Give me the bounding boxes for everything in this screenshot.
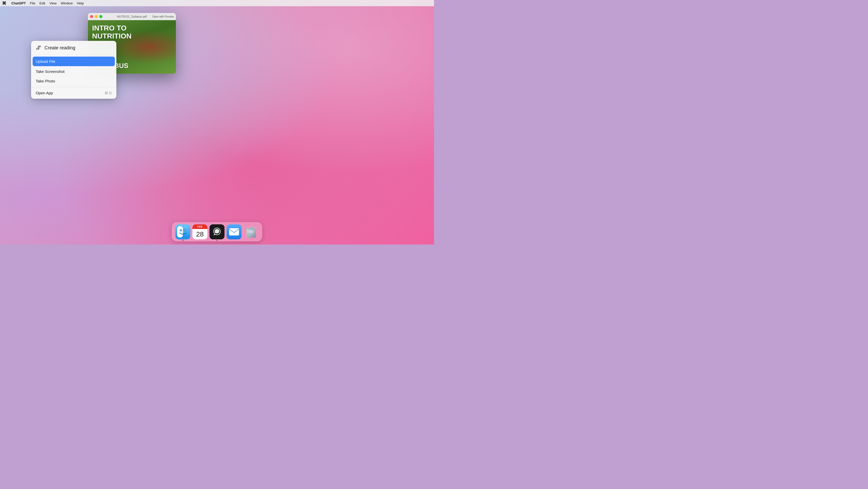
upload-file-label: Upload File [36,59,55,64]
window-minimize-button[interactable] [95,15,98,18]
shortcut-cmd: ⌘ [104,91,108,95]
take-photo-label: Take Photo [36,79,55,83]
mail-icon [226,224,242,239]
upload-file-item[interactable]: Upload File [33,57,115,66]
pdf-text-top: INTRO TONUTRITION [92,24,172,40]
finder-active-indicator [182,240,183,241]
svg-point-3 [180,230,181,231]
menu-view[interactable]: View [50,1,57,5]
open-app-label: Open App [36,91,53,95]
dock: FEB 28 [172,222,262,241]
dock-finder[interactable] [175,224,190,239]
apple-menu-icon[interactable]: ⌘ [2,1,6,6]
menubar: ⌘ ChatGPT File Edit View Window Help [0,0,434,6]
window-zoom-button[interactable] [99,15,102,18]
pdf-open-action[interactable]: Open with Preview [152,15,174,18]
dock-mail[interactable] [226,224,242,239]
chatgpt-icon [210,224,224,239]
take-screenshot-label: Take Screenshot [36,69,65,74]
desktop-background [0,0,434,244]
finder-icon [175,224,190,239]
take-screenshot-item[interactable]: Take Screenshot [31,67,116,76]
chatgpt-active-indicator [216,240,218,241]
calendar-icon: FEB 28 [192,224,208,239]
trash-bin-svg [245,225,257,238]
chatgpt-logo-svg [212,227,222,236]
svg-rect-10 [249,227,253,228]
dock-trash[interactable] [244,224,259,239]
menu-edit[interactable]: Edit [39,1,45,5]
mail-envelope-svg [229,228,239,236]
svg-rect-7 [229,228,239,235]
dock-calendar[interactable]: FEB 28 [192,224,208,239]
context-menu: 🖇 Create reading Upload File Take Screen… [31,41,116,99]
pdf-titlebar: NUTR101_Syllabus.pdf Open with Preview [88,13,176,20]
open-app-item[interactable]: Open App ⌘ O [31,88,116,98]
take-photo-item[interactable]: Take Photo [31,76,116,86]
menu-window[interactable]: Window [61,1,73,5]
menu-help[interactable]: Help [77,1,84,5]
svg-rect-6 [182,231,184,233]
window-close-button[interactable] [90,15,93,18]
app-name[interactable]: ChatGPT [11,1,26,5]
menu-file[interactable]: File [30,1,35,5]
context-menu-title: Create reading [44,45,75,51]
paperclip-icon: 🖇 [36,44,41,51]
open-app-shortcut: ⌘ O [104,91,112,95]
context-menu-header: 🖇 Create reading [31,41,116,55]
pdf-filename: NUTR101_Syllabus.pdf [117,15,147,18]
shortcut-key: O [109,91,112,95]
dock-chatgpt[interactable] [210,224,224,239]
svg-point-14 [249,230,253,233]
finder-face-svg [177,226,189,237]
context-menu-items: Upload File Take Screenshot Take Photo O… [31,55,116,99]
calendar-day: 28 [192,229,208,239]
trash-icon [244,224,259,239]
calendar-month: FEB [192,224,208,229]
svg-point-5 [184,230,185,231]
context-menu-separator [31,87,116,87]
